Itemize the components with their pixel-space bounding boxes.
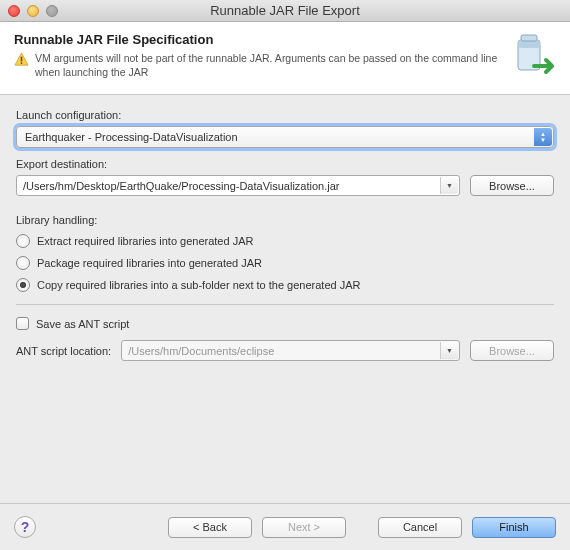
- help-button[interactable]: ?: [14, 516, 36, 538]
- chevron-down-icon[interactable]: [440, 177, 458, 194]
- dialog-footer: ? < Back Next > Cancel Finish: [0, 503, 570, 550]
- launch-config-value: Earthquaker - Processing-DataVisualizati…: [25, 131, 238, 143]
- finish-button[interactable]: Finish: [472, 517, 556, 538]
- separator: [16, 304, 554, 305]
- checkbox-icon: [16, 317, 29, 330]
- window-title: Runnable JAR File Export: [0, 3, 570, 18]
- warning-icon: [14, 52, 29, 69]
- radio-checked-icon: [16, 278, 30, 292]
- minimize-window-button[interactable]: [27, 5, 39, 17]
- browse-export-button[interactable]: Browse...: [470, 175, 554, 196]
- library-option-extract[interactable]: Extract required libraries into generate…: [16, 234, 554, 248]
- save-ant-checkbox[interactable]: Save as ANT script: [16, 317, 554, 330]
- ant-location-input: /Users/hm/Documents/eclipse: [121, 340, 460, 361]
- export-destination-value: /Users/hm/Desktop/EarthQuake/Processing-…: [23, 180, 340, 192]
- window-titlebar: Runnable JAR File Export: [0, 0, 570, 22]
- dialog-header: Runnable JAR File Specification VM argum…: [0, 22, 570, 95]
- ant-location-value: /Users/hm/Documents/eclipse: [128, 345, 274, 357]
- traffic-lights: [8, 5, 58, 17]
- export-destination-label: Export destination:: [16, 158, 554, 170]
- save-ant-label: Save as ANT script: [36, 318, 129, 330]
- browse-ant-button: Browse...: [470, 340, 554, 361]
- chevron-down-icon: [440, 342, 458, 359]
- chevron-updown-icon: [534, 128, 552, 146]
- launch-config-label: Launch configuration:: [16, 109, 554, 121]
- svg-rect-1: [21, 62, 23, 64]
- svg-rect-0: [21, 57, 23, 62]
- zoom-window-button: [46, 5, 58, 17]
- library-option-copy[interactable]: Copy required libraries into a sub-folde…: [16, 278, 554, 292]
- close-window-button[interactable]: [8, 5, 20, 17]
- library-option-label: Extract required libraries into generate…: [37, 235, 253, 247]
- export-destination-input[interactable]: /Users/hm/Desktop/EarthQuake/Processing-…: [16, 175, 460, 196]
- jar-export-icon: [506, 32, 556, 82]
- library-handling-group: Extract required libraries into generate…: [16, 234, 554, 292]
- ant-location-label: ANT script location:: [16, 345, 111, 357]
- library-option-package[interactable]: Package required libraries into generate…: [16, 256, 554, 270]
- library-option-label: Package required libraries into generate…: [37, 257, 262, 269]
- library-option-label: Copy required libraries into a sub-folde…: [37, 279, 360, 291]
- dialog-heading: Runnable JAR File Specification: [14, 32, 498, 47]
- svg-rect-4: [521, 35, 537, 41]
- back-button[interactable]: < Back: [168, 517, 252, 538]
- warning-text: VM arguments will not be part of the run…: [35, 51, 498, 79]
- launch-config-select[interactable]: Earthquaker - Processing-DataVisualizati…: [16, 126, 554, 148]
- library-handling-label: Library handling:: [16, 214, 554, 226]
- cancel-button[interactable]: Cancel: [378, 517, 462, 538]
- radio-icon: [16, 234, 30, 248]
- radio-icon: [16, 256, 30, 270]
- next-button: Next >: [262, 517, 346, 538]
